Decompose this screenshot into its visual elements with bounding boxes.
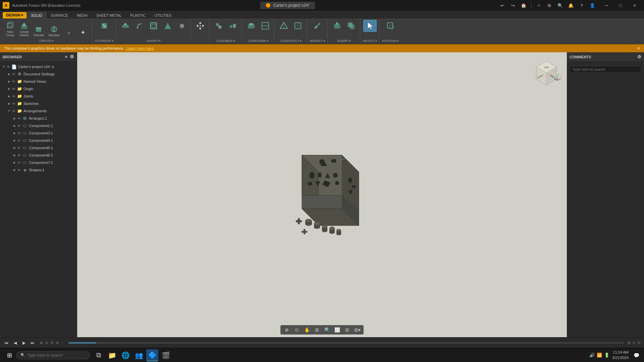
search-btn[interactable]: 🔍 xyxy=(555,1,565,10)
anim-next-btn[interactable]: ⏭ xyxy=(29,339,36,347)
tree-document-settings[interactable]: ▶ 👁 ⚙ Document Settings xyxy=(0,70,77,78)
browser-settings-icon[interactable]: ⚙ xyxy=(70,54,74,60)
comments-settings-icon[interactable]: ⚙ xyxy=(637,54,641,59)
tree-joints[interactable]: ▶ 👁 📁 Joints xyxy=(0,93,77,100)
btn-combine[interactable]: ⊕ xyxy=(175,20,189,32)
maximize-btn[interactable]: □ xyxy=(614,1,627,10)
workspace-btn[interactable]: DESIGN ▾ xyxy=(3,12,26,18)
tree-root[interactable]: ▼ 👁 📄 Carter's project v24 ⚙ xyxy=(0,63,77,70)
tab-utilities[interactable]: UTILITIES xyxy=(150,12,176,18)
tree-shapes[interactable]: ▶ 👁 ◈ Shapes:1 xyxy=(0,166,77,174)
tab-surface[interactable]: SURFACE xyxy=(46,12,72,18)
taskbar-search[interactable]: 🔍 xyxy=(16,351,90,359)
warning-link[interactable]: Learn more here. xyxy=(126,46,155,50)
tree-component3[interactable]: ▶ 👁 □ Component3:1 xyxy=(0,129,77,137)
btn-insert2[interactable] xyxy=(344,20,358,32)
project-tab[interactable]: 🟠 Carter's project v24* xyxy=(260,2,315,9)
btn-extrude[interactable]: Extrude xyxy=(32,23,46,39)
arrange1-toggle[interactable]: ▶ xyxy=(12,117,17,120)
tree-component1[interactable]: ▶ 👁 □ Component1:1 xyxy=(0,122,77,129)
anim-tool3[interactable]: ⊟ xyxy=(637,341,641,345)
close-btn[interactable]: × xyxy=(628,1,641,10)
root-eye[interactable]: 👁 xyxy=(6,64,11,69)
arrange1-eye[interactable]: 👁 xyxy=(17,116,21,121)
taskbar-app-taskview[interactable]: ⧉ xyxy=(93,349,105,361)
tree-component4[interactable]: ▶ 👁 □ Component4:1 xyxy=(0,137,77,144)
comp3-toggle[interactable]: ▶ xyxy=(12,131,17,135)
btn-revolve[interactable]: Revolve xyxy=(47,23,62,39)
btn-configure1[interactable] xyxy=(245,20,258,32)
comp1-eye[interactable]: 👁 xyxy=(17,123,21,128)
tree-component7[interactable]: ▶ 👁 □ Component7:1 xyxy=(0,159,77,166)
btn-fillet[interactable] xyxy=(133,20,146,32)
anim-tool1[interactable]: ⊞ xyxy=(627,341,631,345)
vp-display-btn[interactable]: ⬜ xyxy=(333,326,341,334)
taskbar-app-chrome[interactable]: 🌐 xyxy=(119,349,131,361)
comp4-eye[interactable]: 👁 xyxy=(17,138,21,143)
tab-mesh[interactable]: MESH xyxy=(72,12,92,18)
viewcube[interactable]: TOP RIGHT FRONT X Z Y xyxy=(531,58,561,88)
home-btn[interactable]: 🏠 xyxy=(519,1,528,10)
btn-select[interactable] xyxy=(363,20,377,32)
tree-component6[interactable]: ▶ 👁 □ Component6:1 xyxy=(0,152,77,159)
anim-icon1[interactable]: ⊞ xyxy=(39,340,44,345)
tab-plastic[interactable]: PLASTIC xyxy=(126,12,150,18)
vp-zoom-fit-btn[interactable]: ⊞ xyxy=(313,326,321,334)
shapes-eye[interactable]: 👁 xyxy=(17,168,21,172)
btn-configure2[interactable] xyxy=(259,20,272,32)
btn-position1[interactable] xyxy=(384,20,397,32)
sketches-toggle[interactable]: ▶ xyxy=(7,102,11,105)
new-tab-btn[interactable]: ＋ xyxy=(534,1,543,10)
btn-sketch[interactable]: CreateSketch xyxy=(17,20,31,39)
taskbar-app-explorer[interactable]: 📁 xyxy=(106,349,118,361)
taskbar-search-input[interactable] xyxy=(27,353,84,358)
taskbar-app-fusion[interactable]: 🔷 xyxy=(146,349,158,361)
tree-arrangements[interactable]: ▼ 👁 📁 Arrangements xyxy=(0,107,77,115)
btn-joint[interactable] xyxy=(212,20,225,32)
taskbar-network-icon[interactable]: 📶 xyxy=(597,353,602,358)
anim-tool2[interactable]: ⊡ xyxy=(632,341,636,345)
doc-eye[interactable]: 👁 xyxy=(11,72,16,76)
views-eye[interactable]: 👁 xyxy=(11,79,16,84)
tree-origin[interactable]: ▶ 👁 📁 Origin xyxy=(0,85,77,93)
undo-btn[interactable]: ↩ xyxy=(497,1,507,10)
comp5-toggle[interactable]: ▶ xyxy=(12,146,17,149)
joints-eye[interactable]: 👁 xyxy=(11,94,16,99)
vp-more-btn[interactable]: ⊞▾ xyxy=(353,326,362,334)
comp3-eye[interactable]: 👁 xyxy=(17,131,21,135)
vp-grid-btn[interactable]: ⊞ xyxy=(343,326,352,334)
btn-new-comp[interactable]: NewComp xyxy=(3,20,17,39)
root-toggle[interactable]: ▼ xyxy=(1,65,6,68)
comp6-toggle[interactable]: ▶ xyxy=(12,154,17,157)
notification-center-btn[interactable]: 💬 xyxy=(631,350,641,360)
anim-play-btn[interactable]: ▶ xyxy=(20,339,28,347)
browser-add-icon[interactable]: ＋ xyxy=(64,54,68,60)
notification-btn[interactable]: 🔔 xyxy=(566,1,576,10)
btn-automate1[interactable] xyxy=(98,20,111,32)
account-btn[interactable]: 👤 xyxy=(588,1,597,10)
btn-press-pull[interactable] xyxy=(119,20,132,32)
btn-construct1[interactable] xyxy=(277,20,290,32)
arrangements-toggle[interactable]: ▼ xyxy=(7,109,11,113)
comments-search-input[interactable] xyxy=(570,66,641,73)
anim-icon4[interactable]: ⊕ xyxy=(55,340,60,345)
comp7-toggle[interactable]: ▶ xyxy=(12,161,17,164)
anim-icon5[interactable]: ⋯ xyxy=(60,340,66,345)
tab-sheet-metal[interactable]: SHEET METAL xyxy=(92,12,126,18)
shapes-toggle[interactable]: ▶ xyxy=(12,168,17,172)
btn-scale[interactable] xyxy=(161,20,174,32)
views-toggle[interactable]: ▶ xyxy=(7,80,11,83)
joints-toggle[interactable]: ▶ xyxy=(7,95,11,98)
btn-more-create[interactable]: ⬦ xyxy=(62,26,76,39)
root-settings-icon[interactable]: ⚙ xyxy=(51,65,54,69)
sketches-eye[interactable]: 👁 xyxy=(11,101,16,106)
viewcube-svg[interactable]: TOP RIGHT FRONT X Z Y xyxy=(531,58,561,88)
origin-toggle[interactable]: ▶ xyxy=(7,87,11,90)
start-btn[interactable]: ⊞ xyxy=(3,349,16,362)
minimize-btn[interactable]: ─ xyxy=(600,1,613,10)
help-btn[interactable]: ? xyxy=(577,1,586,10)
tab-solid[interactable]: SOLID xyxy=(26,12,46,18)
comp7-eye[interactable]: 👁 xyxy=(17,160,21,165)
anim-icon3[interactable]: ⊟ xyxy=(50,340,54,345)
vp-orbit-btn[interactable]: ⊕ xyxy=(282,326,291,334)
